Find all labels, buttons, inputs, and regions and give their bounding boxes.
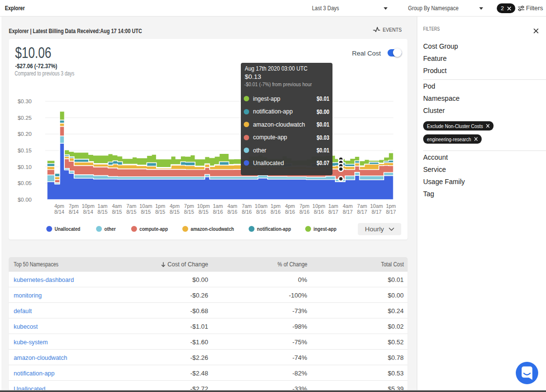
svg-text:8/17: 8/17	[386, 209, 396, 215]
svg-text:8/16: 8/16	[242, 209, 252, 215]
svg-text:$0.00: $0.00	[18, 197, 32, 203]
svg-text:4am: 4am	[343, 203, 353, 209]
svg-text:10pm: 10pm	[312, 203, 326, 209]
svg-text:8/15: 8/15	[112, 209, 122, 215]
svg-text:7pm: 7pm	[184, 203, 195, 209]
svg-text:8/14: 8/14	[83, 209, 94, 215]
svg-text:1am: 1am	[98, 203, 108, 209]
svg-text:4pm: 4pm	[54, 203, 64, 209]
svg-text:10pm: 10pm	[82, 203, 95, 209]
svg-text:1pm: 1pm	[155, 203, 165, 209]
svg-text:7pm: 7pm	[69, 203, 79, 209]
svg-text:8/15: 8/15	[170, 209, 180, 215]
svg-text:8/17: 8/17	[343, 209, 353, 215]
svg-text:8/16: 8/16	[285, 209, 295, 215]
svg-text:$0.30: $0.30	[18, 98, 32, 104]
svg-text:$0.10: $0.10	[18, 164, 32, 170]
svg-text:4pm: 4pm	[285, 203, 295, 209]
svg-text:8/16: 8/16	[299, 209, 310, 215]
svg-text:8/16: 8/16	[256, 209, 266, 215]
svg-text:8/17: 8/17	[328, 209, 338, 215]
svg-text:8/17: 8/17	[357, 209, 368, 215]
svg-text:8/15: 8/15	[184, 209, 195, 215]
svg-text:10am: 10am	[255, 203, 268, 209]
svg-text:7am: 7am	[242, 203, 252, 209]
svg-text:$0.25: $0.25	[18, 115, 32, 121]
svg-text:7pm: 7pm	[299, 203, 310, 209]
svg-text:10pm: 10pm	[197, 203, 210, 209]
svg-text:8/16: 8/16	[314, 209, 324, 215]
svg-text:8/15: 8/15	[98, 209, 108, 215]
svg-text:8/15: 8/15	[198, 209, 209, 215]
svg-text:8/14: 8/14	[69, 209, 79, 215]
svg-text:$0.15: $0.15	[18, 148, 32, 153]
svg-text:8/15: 8/15	[141, 209, 151, 215]
svg-text:10am: 10am	[370, 203, 383, 209]
svg-text:8/16: 8/16	[227, 209, 237, 215]
svg-text:$0.05: $0.05	[18, 180, 32, 186]
svg-text:8/16: 8/16	[213, 209, 223, 215]
svg-text:4am: 4am	[227, 203, 237, 209]
svg-text:8/15: 8/15	[126, 209, 136, 215]
svg-text:7am: 7am	[357, 203, 368, 209]
svg-text:7am: 7am	[126, 203, 136, 209]
svg-text:8/17: 8/17	[371, 209, 382, 215]
svg-text:1am: 1am	[213, 203, 223, 209]
svg-text:1pm: 1pm	[386, 203, 396, 209]
svg-text:1am: 1am	[328, 203, 338, 209]
svg-text:$0.20: $0.20	[18, 131, 32, 137]
svg-text:8/14: 8/14	[54, 209, 64, 215]
svg-text:8/15: 8/15	[155, 209, 165, 215]
svg-text:1pm: 1pm	[271, 203, 281, 209]
svg-text:10am: 10am	[139, 203, 153, 209]
svg-text:4am: 4am	[112, 203, 122, 209]
svg-text:8/16: 8/16	[271, 209, 281, 215]
svg-text:4pm: 4pm	[170, 203, 180, 209]
